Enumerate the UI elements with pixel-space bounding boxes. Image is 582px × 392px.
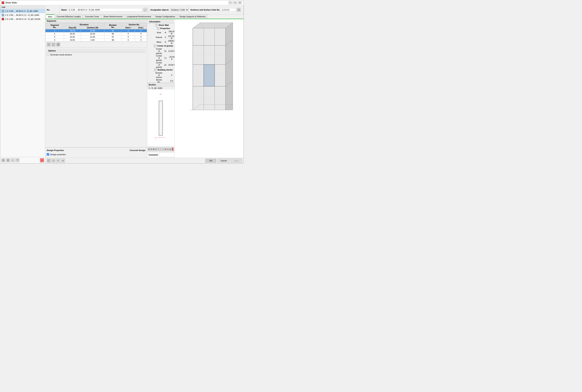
stories-no-symbol <box>163 78 167 83</box>
design-props-checkbox[interactable] <box>47 153 49 156</box>
section-tool-2[interactable]: ⊟ <box>150 148 152 151</box>
table-row-2[interactable]: 2 30.00 20.00 86 3 3 <box>46 32 147 36</box>
list-toolbar <box>0 157 45 164</box>
list-settings-button[interactable] <box>11 158 15 162</box>
td-zbottom-3: 10.00 <box>81 36 104 38</box>
window-controls: ─ □ ✕ <box>228 1 242 4</box>
info-mass-row: Mass G 33600.0 lb <box>148 40 174 44</box>
tab-concrete-lengths[interactable]: Concrete Effective Lengths <box>55 14 83 19</box>
section-tool-7[interactable]: ⊥ <box>162 148 164 151</box>
info-num-stories-row: Number of stories 4 <box>148 72 174 78</box>
td-seg-no-3: 3 <box>46 36 64 38</box>
assignable-select[interactable]: Surfaces / Cells <box>170 8 189 12</box>
tab-design-supports[interactable]: Design Supports & Deflection <box>177 14 208 19</box>
section-tool-11[interactable]: ✕ <box>172 148 174 151</box>
ok-button[interactable]: OK <box>205 159 216 163</box>
list-item-3[interactable]: 3 Z: 0.00 ... 40.00 ft | 12 - R_M1 10/15… <box>0 17 45 21</box>
mass-label: Mass <box>148 40 163 44</box>
tab-concrete-cover[interactable]: Concrete Cover <box>83 14 101 19</box>
section-tool-3[interactable]: ⊠ <box>153 148 155 151</box>
section-tool-5[interactable]: T <box>157 148 159 151</box>
design-props-label[interactable]: Design properties <box>50 154 66 156</box>
table-row-4[interactable]: 4 10.00 0.00 88 3 3 <box>46 38 147 42</box>
cog-expand[interactable]: ▽ <box>154 45 156 47</box>
stories-no-value: 0-3 <box>167 78 174 83</box>
info-cog-header-row: ▽ Center of gravity <box>148 44 174 48</box>
section-tool-4[interactable]: ⊡ <box>155 148 157 151</box>
section-tool-9[interactable]: ⊡ <box>167 148 169 151</box>
segment-delete-button[interactable] <box>56 42 60 46</box>
3d-view-panel <box>174 19 243 158</box>
generate-result-label[interactable]: Generate result sections <box>50 54 72 56</box>
segments-title: Segments <box>45 19 147 23</box>
list-item-2[interactable]: 2 Z: 0.00 ... 40.00 ft | 11 - R_M1 10/84 <box>0 13 45 17</box>
section-canvas: Z+ y <box>147 90 174 146</box>
cog-z-label: Center of gravity <box>148 62 163 68</box>
table-row-1[interactable]: 1 -40.00 30.00 85 3 3 <box>46 29 147 32</box>
surfaces-input[interactable] <box>221 8 236 12</box>
mass-symbol: G <box>163 40 167 44</box>
shear-wall-expand[interactable]: ▽ <box>155 24 158 26</box>
info-shear-wall-row: ▽ Shear Wall <box>148 24 174 27</box>
volume-label: Volume <box>148 35 163 40</box>
info-properties-row: ▽ Properties <box>148 27 174 30</box>
num-stories-label: Number of stories <box>148 72 163 78</box>
section-tool-10[interactable]: 🖨 <box>169 148 171 151</box>
list-filter-button[interactable] <box>16 158 20 162</box>
td-zbottom-4: 0.00 <box>81 38 104 42</box>
th-start-i: Start i <box>122 26 135 29</box>
maximize-button[interactable]: □ <box>233 1 237 4</box>
apply-button[interactable]: Apply <box>231 159 242 163</box>
footer-btn-3[interactable] <box>56 159 60 163</box>
surfaces-pick-button[interactable] <box>237 8 241 12</box>
table-header-row-1: SegmentNo. Elevation MemberNo. Section N… <box>46 23 147 26</box>
list-item-color-1 <box>2 10 4 12</box>
tab-longitudinal-reinforcement[interactable]: Longitudinal Reinforcement <box>125 14 153 19</box>
footer-btn-2[interactable]: ? <box>52 159 56 163</box>
stories-no-label: Stories No. <box>148 78 163 83</box>
segment-edit-button[interactable] <box>52 42 56 46</box>
footer-btn-4[interactable] <box>61 159 65 163</box>
comment-input[interactable] <box>159 153 174 157</box>
content-area: Segments SegmentNo. Elevation MemberNo. … <box>45 19 243 158</box>
tab-main[interactable]: Main <box>46 14 54 19</box>
building-3d-svg <box>175 19 243 124</box>
stories-expand[interactable]: ▽ <box>154 69 157 71</box>
section-tool-6[interactable]: ⊤ <box>160 148 162 151</box>
segment-toolbar <box>45 42 147 48</box>
tab-shear-reinforcement[interactable]: Shear Reinforcement <box>102 14 124 19</box>
no-label: No. <box>47 9 50 11</box>
name-edit-button[interactable] <box>143 8 147 12</box>
footer-right-buttons: OK Cancel Apply <box>205 159 242 163</box>
td-zbottom-1: 30.00 <box>81 29 104 32</box>
section-toolbar: ⊞ ⊟ ⊠ ⊡ T ⊤ ⊥ ⊞ ⊡ 🖨 ✕ <box>147 146 174 152</box>
area-value: 280.00 ft² <box>167 30 174 35</box>
list-item-1[interactable]: 1 Z: 0.00 ... 40.00 ft | 3 - R_M1 10/84 <box>0 9 45 13</box>
th-section-no: Section No. <box>122 23 147 26</box>
minimize-button[interactable]: ─ <box>228 1 233 4</box>
list-item-label-1: 1 Z: 0.00 ... 40.00 ft | 3 - R_M1 10/84 <box>5 10 38 12</box>
section-tool-8[interactable]: ⊞ <box>165 148 167 151</box>
list-duplicate-button[interactable] <box>6 158 10 162</box>
tab-design-configurations[interactable]: Design Configurations <box>153 14 177 19</box>
footer-btn-1[interactable] <box>47 159 51 163</box>
close-button[interactable]: ✕ <box>238 1 242 4</box>
segment-add-button[interactable] <box>47 42 51 46</box>
list-add-button[interactable] <box>1 158 5 162</box>
info-stories-header-row: ▽ Building stories <box>148 68 174 72</box>
list-delete-button[interactable] <box>40 158 44 162</box>
name-input[interactable] <box>68 8 142 12</box>
th-end-j: End j <box>135 26 147 29</box>
td-member-2: 86 <box>104 32 122 36</box>
cancel-button[interactable]: Cancel <box>217 159 230 163</box>
section-tool-1[interactable]: ⊞ <box>148 148 150 151</box>
table-row-3[interactable]: 3 20.00 10.00 87 3 3 <box>46 36 147 38</box>
cog-zc-symbol: Zc <box>163 62 167 68</box>
generate-result-checkbox[interactable] <box>47 54 49 56</box>
properties-expand[interactable]: ▽ <box>157 27 159 30</box>
info-cog-xc-row: Center of gravity Xc 23.50 ft <box>148 48 174 54</box>
td-ztop-3: 20.00 <box>64 36 81 38</box>
td-member-1: 85 <box>104 29 122 32</box>
cog-yc-symbol: Yc <box>163 54 167 62</box>
svg-rect-16 <box>159 101 163 136</box>
